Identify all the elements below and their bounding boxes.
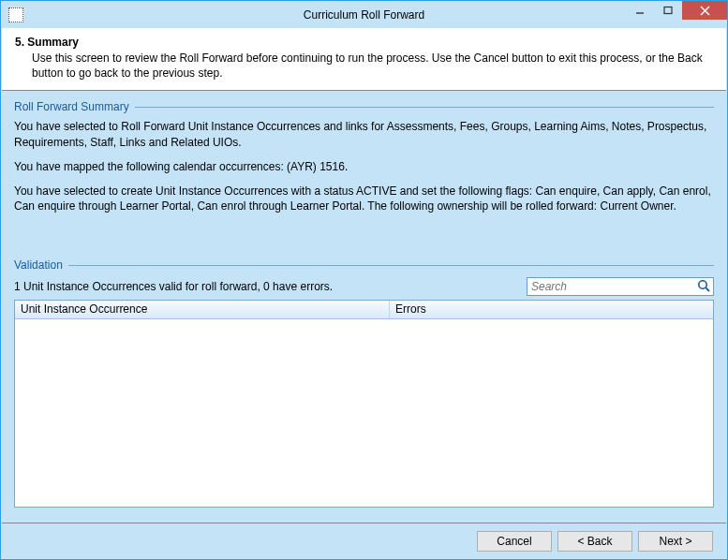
cancel-button[interactable]: Cancel xyxy=(477,531,552,552)
column-header-uio[interactable]: Unit Instance Occurrence xyxy=(15,301,390,318)
wizard-body: Roll Forward Summary You have selected t… xyxy=(1,91,727,523)
validation-table: Unit Instance Occurrence Errors xyxy=(14,300,714,508)
next-button[interactable]: Next > xyxy=(638,531,713,552)
close-button[interactable] xyxy=(682,1,727,20)
column-header-errors[interactable]: Errors xyxy=(390,301,713,318)
search-input[interactable] xyxy=(527,277,714,296)
summary-paragraph: You have selected to create Unit Instanc… xyxy=(14,184,714,214)
validation-group-label: Validation xyxy=(14,258,68,272)
svg-rect-1 xyxy=(664,7,672,14)
window-controls xyxy=(626,1,727,20)
back-button[interactable]: < Back xyxy=(557,531,632,552)
titlebar: Curriculum Roll Forward xyxy=(1,1,727,28)
summary-group-label: Roll Forward Summary xyxy=(14,100,135,113)
wizard-footer: Cancel < Back Next > xyxy=(2,523,726,559)
maximize-button[interactable] xyxy=(654,1,682,20)
svg-line-5 xyxy=(706,288,709,292)
divider xyxy=(135,107,714,108)
validation-status-row: 1 Unit Instance Occurrences valid for ro… xyxy=(14,277,714,296)
table-body xyxy=(15,319,713,507)
validation-group-header: Validation xyxy=(14,258,714,272)
step-title: 5. Summary xyxy=(15,36,713,49)
validation-group: Validation 1 Unit Instance Occurrences v… xyxy=(14,258,714,508)
summary-group-header: Roll Forward Summary xyxy=(14,100,714,113)
divider xyxy=(68,265,714,266)
minimize-button[interactable] xyxy=(626,1,654,20)
summary-paragraph: You have mapped the following calendar o… xyxy=(14,159,714,174)
step-description: Use this screen to review the Roll Forwa… xyxy=(32,51,713,81)
validation-status-text: 1 Unit Instance Occurrences valid for ro… xyxy=(14,280,333,293)
summary-group: Roll Forward Summary You have selected t… xyxy=(14,100,714,223)
search-wrap xyxy=(527,277,714,296)
table-header: Unit Instance Occurrence Errors xyxy=(15,301,713,319)
summary-paragraph: You have selected to Roll Forward Unit I… xyxy=(14,119,714,149)
svg-point-4 xyxy=(699,281,706,288)
window-title: Curriculum Roll Forward xyxy=(1,8,727,22)
wizard-window: Curriculum Roll Forward 5. Summary Use t… xyxy=(0,0,728,560)
search-icon[interactable] xyxy=(697,279,711,293)
summary-text: You have selected to Roll Forward Unit I… xyxy=(14,119,714,214)
wizard-header: 5. Summary Use this screen to review the… xyxy=(2,28,726,91)
